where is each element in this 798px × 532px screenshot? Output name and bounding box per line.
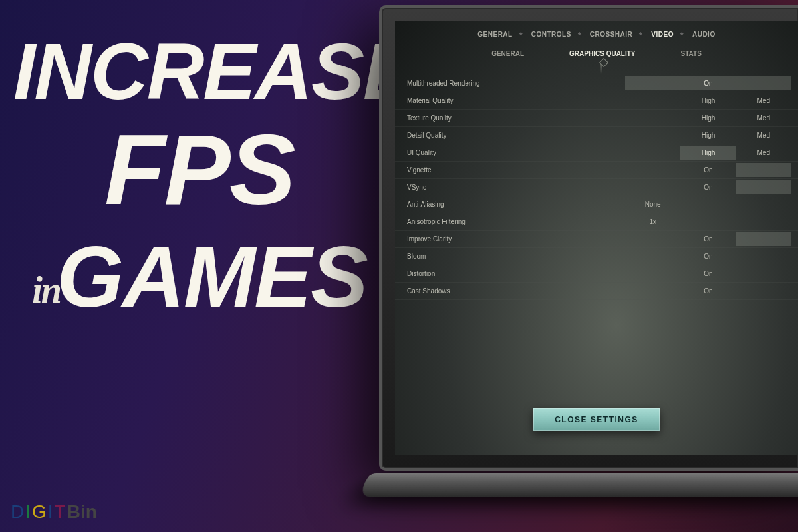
setting-option[interactable] [736, 284, 791, 298]
logo-char: I [25, 501, 32, 522]
logo-char: G [32, 501, 48, 522]
setting-label: Anisotropic Filtering [407, 218, 625, 225]
headline-games: GAMES [57, 228, 367, 325]
setting-option[interactable] [625, 267, 680, 281]
setting-option[interactable] [736, 267, 791, 281]
setting-option[interactable] [736, 198, 791, 211]
tab-audio[interactable]: AUDIO [683, 27, 725, 42]
logo-char: D [11, 501, 25, 522]
setting-label: Detail Quality [407, 132, 625, 139]
setting-row: DistortionOn [395, 265, 798, 283]
setting-row: VignetteOn [395, 162, 798, 179]
subtab-graphics-quality[interactable]: GRAPHICS QUALITY [567, 49, 638, 59]
headline-line3: inGAMES [13, 236, 386, 319]
setting-option[interactable] [736, 163, 791, 177]
setting-option[interactable] [625, 249, 680, 263]
setting-label: Vignette [407, 166, 625, 174]
game-settings-screen: GENERALCONTROLSCROSSHAIRVIDEOAUDIO GENER… [395, 21, 798, 455]
setting-label: Cast Shadows [407, 287, 625, 295]
setting-option[interactable]: On [680, 249, 735, 263]
tab-general[interactable]: GENERAL [468, 27, 521, 42]
setting-option[interactable]: Med [736, 146, 791, 160]
setting-option[interactable] [680, 215, 735, 229]
setting-option[interactable] [625, 128, 680, 142]
settings-list: Multithreaded RenderingOnMaterial Qualit… [395, 75, 798, 300]
setting-label: Material Quality [407, 97, 625, 104]
setting-option[interactable]: High [680, 146, 735, 160]
setting-options: On [625, 267, 791, 281]
setting-row: UI QualityHighMed [395, 144, 798, 162]
setting-option[interactable]: On [680, 284, 735, 298]
laptop-mockup: GENERALCONTROLSCROSSHAIRVIDEOAUDIO GENER… [379, 5, 798, 531]
setting-option[interactable]: High [680, 111, 735, 125]
setting-row: Detail QualityHighMed [395, 127, 798, 144]
setting-options: On [625, 163, 791, 177]
setting-row: Cast ShadowsOn [395, 283, 798, 300]
setting-label: Improve Clarity [407, 235, 625, 243]
setting-option[interactable] [625, 180, 680, 194]
setting-option[interactable]: On [680, 163, 735, 177]
setting-options: 1x [625, 215, 791, 229]
setting-option[interactable] [625, 146, 680, 160]
setting-options: On [625, 249, 791, 263]
setting-option[interactable] [625, 232, 680, 246]
subtab-general[interactable]: GENERAL [489, 49, 527, 59]
setting-option[interactable]: Med [736, 128, 791, 142]
setting-row: Texture QualityHighMed [395, 110, 798, 127]
setting-option[interactable]: On [680, 267, 735, 281]
setting-row: BloomOn [395, 248, 798, 265]
tabs-sub: GENERALGRAPHICS QUALITYSTATS [395, 42, 798, 60]
headline-line1: INCREASE [13, 33, 386, 109]
setting-option[interactable] [736, 215, 791, 229]
tabs-primary: GENERALCONTROLSCROSSHAIRVIDEOAUDIO [395, 21, 798, 42]
setting-options: On [625, 76, 791, 90]
tab-video[interactable]: VIDEO [642, 27, 683, 42]
setting-options: On [625, 232, 791, 246]
setting-label: UI Quality [407, 149, 625, 156]
logo-char: T [55, 501, 67, 522]
close-settings-button[interactable]: CLOSE SETTINGS [533, 408, 660, 431]
tab-crosshair[interactable]: CROSSHAIR [581, 27, 642, 42]
setting-label: Multithreaded Rendering [407, 80, 625, 87]
setting-label: Distortion [407, 270, 625, 277]
setting-options: On [625, 180, 791, 194]
logo-char: I [48, 501, 55, 522]
setting-row: Improve ClarityOn [395, 231, 798, 248]
setting-options: On [625, 284, 791, 298]
setting-option[interactable]: Med [736, 94, 791, 108]
subtab-stats[interactable]: STATS [678, 49, 704, 59]
setting-option[interactable]: On [680, 180, 735, 194]
tab-controls[interactable]: CONTROLS [522, 27, 581, 42]
setting-label: Bloom [407, 253, 625, 260]
setting-option[interactable] [736, 249, 791, 263]
setting-option[interactable]: On [625, 76, 791, 90]
setting-options: None [625, 198, 791, 211]
setting-option[interactable] [736, 232, 791, 246]
setting-option[interactable] [625, 284, 680, 298]
setting-option[interactable]: None [625, 198, 680, 211]
setting-option[interactable] [625, 94, 680, 108]
setting-label: Texture Quality [407, 114, 625, 122]
setting-option[interactable] [625, 163, 680, 177]
headline-line2: FPS [13, 122, 386, 217]
logo-suffix: Bin [67, 501, 97, 522]
setting-options: HighMed [625, 111, 791, 125]
setting-options: HighMed [625, 94, 791, 108]
setting-option[interactable]: Med [736, 111, 791, 125]
laptop-keyboard [353, 473, 798, 497]
setting-row: Multithreaded RenderingOn [395, 75, 798, 92]
setting-option[interactable] [736, 180, 791, 194]
setting-row: Material QualityHighMed [395, 92, 798, 110]
setting-option[interactable] [625, 111, 680, 125]
setting-option[interactable]: High [680, 128, 735, 142]
brand-logo: DIGITBin [11, 501, 97, 523]
setting-options: HighMed [625, 146, 791, 160]
laptop-bezel: GENERALCONTROLSCROSSHAIRVIDEOAUDIO GENER… [379, 5, 798, 471]
setting-row: VSyncOn [395, 179, 798, 196]
setting-option[interactable]: 1x [625, 215, 680, 229]
setting-option[interactable]: High [680, 94, 735, 108]
setting-row: Anti-AliasingNone [395, 196, 798, 213]
setting-option[interactable] [680, 198, 735, 211]
setting-option[interactable]: On [680, 232, 735, 246]
headline: INCREASE FPS inGAMES [13, 33, 386, 318]
